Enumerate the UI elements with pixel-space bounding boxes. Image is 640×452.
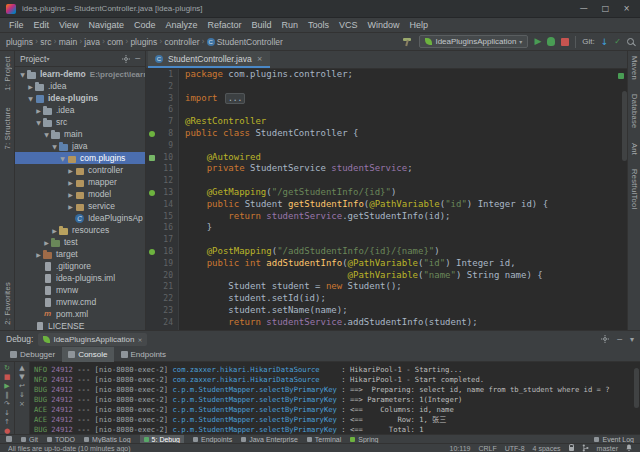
chevron-expanded-icon[interactable]: ▼ — [26, 95, 35, 102]
chevron-collapsed-icon[interactable]: ▶ — [66, 179, 75, 186]
pause-icon[interactable]: ‖ — [1, 391, 13, 399]
tree-item-test[interactable]: ▶test — [15, 236, 145, 248]
tool-stripe-button-restfultool[interactable]: RestfulTool — [630, 169, 639, 209]
chevron-collapsed-icon[interactable]: ▶ — [34, 107, 43, 114]
gutter[interactable]: 3 — [146, 93, 178, 105]
breadcrumb-item-java[interactable]: java — [84, 37, 100, 47]
menu-item-code[interactable]: Code — [129, 20, 161, 30]
step-out-icon[interactable]: ↑ — [1, 418, 13, 426]
hide-tool-window-icon[interactable]: ─ — [135, 54, 140, 63]
tree-item-model[interactable]: ▶model — [15, 188, 145, 200]
spring-bean-icon[interactable] — [149, 190, 155, 196]
debug-tab-endpoints[interactable]: Endpoints — [115, 347, 173, 362]
editor-scrollbar[interactable] — [622, 91, 627, 161]
menu-item-help[interactable]: Help — [405, 20, 434, 30]
minimize-button[interactable]: — — [580, 4, 588, 13]
tree-item-mvnw-cmd[interactable]: mvnw.cmd — [15, 296, 145, 308]
breadcrumb-item-com[interactable]: com — [107, 37, 123, 47]
chevron-expanded-icon[interactable]: ▼ — [42, 131, 51, 138]
menu-item-edit[interactable]: Edit — [29, 20, 55, 30]
gutter[interactable]: 23 — [146, 305, 178, 317]
tree-item-idea-plugins-iml[interactable]: idea-plugins.iml — [15, 272, 145, 284]
chevron-collapsed-icon[interactable]: ▶ — [66, 203, 75, 210]
code-editor[interactable]: 1package com.plugins.controller;23import… — [146, 69, 627, 330]
tool-window-switcher-icon[interactable] — [6, 436, 12, 442]
git-update-button[interactable]: ↓ — [601, 37, 609, 47]
breadcrumb-item-src[interactable]: src — [40, 37, 51, 47]
tool-stripe-button-2-favorites[interactable]: 2: Favorites — [3, 282, 12, 325]
breadcrumb-item-controller[interactable]: controller — [165, 37, 200, 47]
tree-item-pom-xml[interactable]: pom.xml — [15, 308, 145, 320]
close-session-icon[interactable]: × — [137, 336, 142, 343]
chevron-expanded-icon[interactable]: ▼ — [58, 155, 67, 162]
tree-item-controller[interactable]: ▶controller — [15, 164, 145, 176]
gutter[interactable]: 6 — [146, 104, 178, 116]
project-header[interactable]: Project ▾ ─ — [15, 51, 145, 67]
maximize-button[interactable]: □ — [602, 4, 610, 13]
gutter[interactable]: 2 — [146, 81, 178, 93]
collapse-icon[interactable]: ▾ — [630, 335, 634, 344]
gutter[interactable]: 16 — [146, 222, 178, 234]
tree-item-main[interactable]: ▼main — [15, 128, 145, 140]
clear-icon[interactable]: × — [16, 400, 28, 408]
console-scrollbar[interactable] — [634, 368, 639, 408]
close-button[interactable]: × — [623, 4, 630, 13]
tool-stripe-button-ant[interactable]: Ant — [630, 143, 639, 155]
debug-tab-debugger[interactable]: Debugger — [4, 347, 61, 362]
gutter[interactable]: 10 — [146, 152, 178, 164]
rerun-icon[interactable]: ↻ — [1, 364, 13, 372]
branch-name[interactable]: master — [597, 445, 618, 452]
menu-item-vcs[interactable]: VCS — [334, 20, 363, 30]
project-tree[interactable]: ▼learn-demoE:\project\learn-demo▶.idea▼i… — [15, 67, 145, 330]
tree-item-idea[interactable]: ▶.idea — [15, 104, 145, 116]
chevron-collapsed-icon[interactable]: ▶ — [66, 191, 75, 198]
chevron-collapsed-icon[interactable]: ▶ — [34, 251, 43, 258]
step-into-icon[interactable]: ↓ — [1, 409, 13, 417]
hide-tool-window-icon[interactable]: ─ — [617, 335, 622, 344]
debug-button[interactable] — [547, 37, 555, 46]
chevron-expanded-icon[interactable]: ▼ — [18, 71, 27, 78]
tree-item-java[interactable]: ▼java — [15, 140, 145, 152]
menu-item-window[interactable]: Window — [363, 20, 405, 30]
line-ending-indicator[interactable]: CRLF — [478, 445, 496, 452]
tool-stripe-button-maven[interactable]: Maven — [630, 56, 639, 80]
menu-item-refactor[interactable]: Refactor — [202, 20, 246, 30]
tree-item-license[interactable]: LICENSE — [15, 320, 145, 330]
editor-tab-studentcontroller[interactable]: C StudentController.java × — [148, 51, 270, 68]
spring-bean-icon[interactable] — [149, 131, 155, 137]
git-commit-button[interactable]: ✓ — [614, 37, 621, 46]
chevron-collapsed-icon[interactable]: ▶ — [26, 83, 35, 90]
scroll-to-end-icon[interactable]: ⇓ — [16, 391, 28, 399]
menu-item-run[interactable]: Run — [277, 20, 304, 30]
tree-item-src[interactable]: ▼src — [15, 116, 145, 128]
gear-icon[interactable] — [122, 55, 130, 63]
gutter[interactable]: 8 — [146, 128, 178, 140]
gutter[interactable]: 7 — [146, 116, 178, 128]
tree-item-learn-demo[interactable]: ▼learn-demoE:\project\learn-demo — [15, 68, 145, 80]
menu-item-tools[interactable]: Tools — [303, 20, 334, 30]
gear-icon[interactable] — [601, 335, 609, 343]
soft-wrap-icon[interactable]: ↩ — [16, 382, 28, 390]
tree-item-target[interactable]: ▶target — [15, 248, 145, 260]
tree-item-com-plugins[interactable]: ▼com.plugins — [15, 152, 145, 164]
tool-stripe-button-1-project[interactable]: 1: Project — [3, 56, 12, 91]
breadcrumb-item-studentcontroller[interactable]: CStudentController — [207, 37, 283, 47]
tree-item-idea[interactable]: ▶.idea — [15, 80, 145, 92]
chevron-expanded-icon[interactable]: ▼ — [50, 143, 59, 150]
tool-stripe-button-7-structure[interactable]: 7: Structure — [3, 107, 12, 149]
menu-item-view[interactable]: View — [54, 20, 83, 30]
gutter[interactable]: 12 — [146, 175, 178, 187]
tree-item-idea-plugins[interactable]: ▼idea-plugins — [15, 92, 145, 104]
tree-item-resources[interactable]: ▶resources — [15, 224, 145, 236]
gutter[interactable]: 18 — [146, 246, 178, 258]
stop-button[interactable] — [561, 38, 569, 46]
notifications-bell-icon[interactable] — [626, 444, 632, 452]
gutter[interactable]: 14 — [146, 199, 178, 211]
menu-item-navigate[interactable]: Navigate — [83, 20, 129, 30]
chevron-expanded-icon[interactable]: ▼ — [34, 119, 43, 126]
run-button[interactable]: ▶ — [534, 37, 541, 46]
gutter[interactable]: 15 — [146, 211, 178, 223]
menu-item-analyze[interactable]: Analyze — [160, 20, 202, 30]
gutter[interactable]: 9 — [146, 140, 178, 152]
debug-tab-console[interactable]: Console — [62, 347, 113, 362]
